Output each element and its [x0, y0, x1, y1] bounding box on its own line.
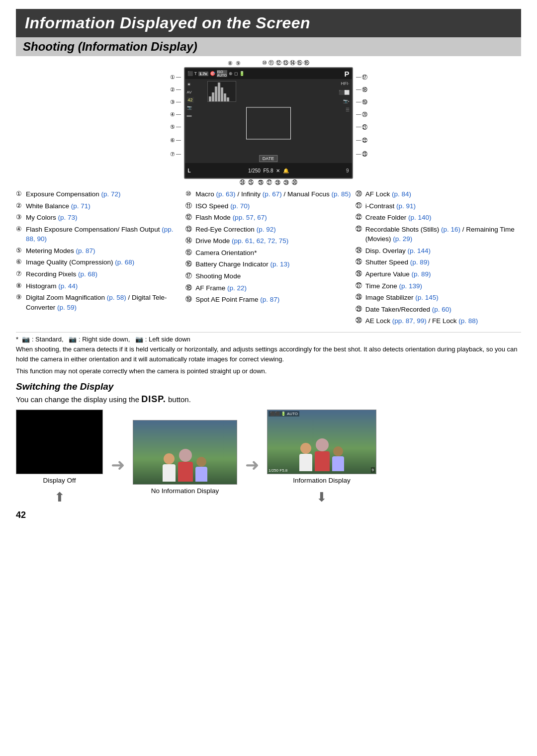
item-21: ㉑ i-Contrast (p. 91) [356, 201, 521, 211]
item-17: ⑰ Shooting Mode [185, 271, 351, 281]
display-no-info-label: No Information Display [151, 487, 219, 495]
item-1: ① Exposure Compensation (p. 72) [16, 189, 181, 199]
item-9: ⑨ Digital Zoom Magnification (p. 58) / D… [16, 293, 181, 312]
display-info-image: ⬛⬛ 🔋 AUTO 1/250 F5.8 9 [267, 410, 376, 474]
display-row: Display Off ⬆ ➜ No [16, 410, 521, 505]
arrow-right-1: ➜ [111, 440, 125, 475]
item-30: ㉚ AE Lock (pp. 87, 99) / FE Lock (p. 88) [356, 316, 521, 326]
item-20: ⑳ AF Lock (p. 84) [356, 189, 521, 199]
item-27: ㉗ Time Zone (p. 139) [356, 281, 521, 291]
left-label-6: ⑥ [170, 133, 181, 147]
up-arrow-icon: ⬆ [54, 490, 65, 505]
switching-heading: Switching the Display [16, 381, 521, 392]
page-number: 42 [16, 510, 521, 520]
right-label-23: ㉓ [356, 147, 367, 161]
item-15: ⑮ Camera Orientation* [185, 248, 351, 258]
item-3: ③ My Colors (p. 73) [16, 213, 181, 223]
right-label-19: ⑲ [356, 96, 367, 108]
item-12: ⑫ Flash Mode (pp. 57, 67) [185, 213, 351, 223]
item-5: ⑤ Metering Modes (p. 87) [16, 246, 181, 256]
item-28: ㉘ Image Stabilizer (p. 145) [356, 293, 521, 303]
items-list: ① Exposure Compensation (p. 72) ② White … [16, 189, 521, 328]
item-13: ⑬ Red-Eye Correction (p. 92) [185, 225, 351, 235]
item-10: ⑩ Macro (p. 63) / Infinity (p. 67) / Man… [185, 189, 351, 199]
items-col-1: ① Exposure Compensation (p. 72) ② White … [16, 189, 181, 328]
note-section: * 📷 : Standard, 📷 : Right side down, 📷 :… [16, 332, 521, 377]
display-no-info-item: No Information Display [133, 420, 237, 495]
section-heading-shooting: Shooting (Information Display) [16, 37, 521, 56]
arrow-right-2: ➜ [245, 440, 259, 475]
item-11: ⑪ ISO Speed (p. 70) [185, 201, 351, 211]
item-18: ⑱ AF Frame (p. 22) [185, 283, 351, 293]
page-title: Information Displayed on the Screen [16, 9, 521, 37]
left-label-1: ① [170, 71, 181, 84]
item-23: ㉓ Recordable Shots (Stills) (p. 16) / Re… [356, 225, 521, 244]
down-arrow-icon: ⬇ [316, 490, 327, 505]
item-14: ⑭ Drive Mode (pp. 61, 62, 72, 75) [185, 236, 351, 246]
display-info-label: Information Display [293, 477, 351, 484]
items-col-2: ⑩ Macro (p. 63) / Infinity (p. 67) / Man… [185, 189, 351, 328]
right-label-20: ⑳ [356, 108, 367, 121]
display-off-item: Display Off ⬆ [16, 410, 103, 505]
display-off-image [16, 410, 103, 474]
item-2: ② White Balance (p. 71) [16, 201, 181, 211]
display-info-item: ⬛⬛ 🔋 AUTO 1/250 F5.8 9 Information Displ… [267, 410, 376, 505]
items-col-3: ⑳ AF Lock (p. 84) ㉑ i-Contrast (p. 91) ㉒… [356, 189, 521, 328]
right-label-17: ⑰ [356, 71, 367, 84]
item-4: ④ Flash Exposure Compensation/ Flash Out… [16, 225, 181, 244]
item-25: ㉕ Shutter Speed (p. 89) [356, 257, 521, 267]
switching-description: You can change the display using the DIS… [16, 394, 521, 405]
item-8: ⑧ Histogram (p. 44) [16, 281, 181, 291]
item-19: ⑲ Spot AE Point Frame (p. 87) [185, 295, 351, 305]
item-24: ㉔ Disp. Overlay (p. 144) [356, 246, 521, 256]
right-label-18: ⑱ [356, 84, 367, 96]
item-29: ㉙ Date Taken/Recorded (p. 60) [356, 305, 521, 315]
left-label-7: ⑦ [170, 147, 181, 161]
disp-button-label: DISP. [141, 394, 166, 404]
left-label-4: ④ [170, 108, 181, 121]
item-22: ㉒ Create Folder (p. 140) [356, 213, 521, 223]
top-number-labels: ⑧ ⑨ ⑩ ⑪ ⑫ ⑬ ⑭ ⑮ ⑯ [16, 59, 521, 67]
left-label-3: ③ [170, 96, 181, 108]
item-7: ⑦ Recording Pixels (p. 68) [16, 269, 181, 279]
item-6: ⑥ Image Quality (Compression) (p. 68) [16, 257, 181, 267]
item-26: ㉖ Aperture Value (p. 89) [356, 269, 521, 279]
bottom-number-labels: ㉔ ㉕ ㉖ ㉗ ㉘ ㉙ ㉚ [16, 179, 521, 185]
display-no-info-image [133, 420, 237, 485]
right-label-22: ㉒ [356, 133, 367, 147]
right-label-21: ㉑ [356, 121, 367, 133]
display-off-label: Display Off [43, 477, 76, 484]
left-label-5: ⑤ [170, 121, 181, 133]
left-label-2: ② [170, 84, 181, 96]
item-16: ⑯ Battery Charge Indicator (p. 13) [185, 259, 351, 269]
